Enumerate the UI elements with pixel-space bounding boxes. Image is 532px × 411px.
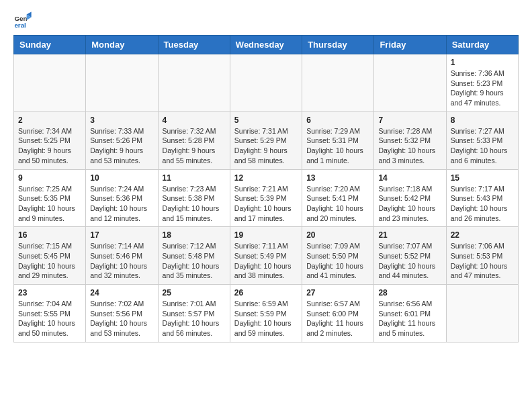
calendar-body: 1Sunrise: 7:36 AM Sunset: 5:23 PM Daylig… xyxy=(14,54,519,342)
day-info: Sunrise: 7:09 AM Sunset: 5:50 PM Dayligh… xyxy=(306,241,369,281)
calendar-cell xyxy=(302,54,374,112)
day-info: Sunrise: 7:25 AM Sunset: 5:35 PM Dayligh… xyxy=(18,184,81,224)
calendar-cell: 8Sunrise: 7:27 AM Sunset: 5:33 PM Daylig… xyxy=(446,111,518,169)
day-of-week-header: Friday xyxy=(374,36,446,54)
day-info: Sunrise: 7:02 AM Sunset: 5:56 PM Dayligh… xyxy=(90,299,153,338)
day-number: 27 xyxy=(306,288,369,298)
day-number: 15 xyxy=(451,173,514,183)
day-number: 18 xyxy=(163,230,226,240)
day-number: 6 xyxy=(306,116,369,125)
day-info: Sunrise: 7:14 AM Sunset: 5:46 PM Dayligh… xyxy=(90,241,153,281)
day-number: 1 xyxy=(451,58,514,67)
calendar-cell: 22Sunrise: 7:06 AM Sunset: 5:53 PM Dayli… xyxy=(446,227,518,285)
day-number: 4 xyxy=(163,116,226,125)
day-number: 28 xyxy=(378,288,441,298)
calendar-cell: 28Sunrise: 6:56 AM Sunset: 6:01 PM Dayli… xyxy=(374,285,446,342)
day-number: 24 xyxy=(90,288,153,298)
day-info: Sunrise: 7:24 AM Sunset: 5:36 PM Dayligh… xyxy=(90,184,153,224)
calendar-cell: 3Sunrise: 7:33 AM Sunset: 5:26 PM Daylig… xyxy=(86,111,158,169)
day-info: Sunrise: 7:01 AM Sunset: 5:57 PM Dayligh… xyxy=(163,299,226,338)
day-info: Sunrise: 7:15 AM Sunset: 5:45 PM Dayligh… xyxy=(18,241,81,281)
day-number: 25 xyxy=(163,288,226,298)
calendar-cell: 26Sunrise: 6:59 AM Sunset: 5:59 PM Dayli… xyxy=(230,285,302,342)
calendar-header: SundayMondayTuesdayWednesdayThursdayFrid… xyxy=(14,36,519,54)
day-header-row: SundayMondayTuesdayWednesdayThursdayFrid… xyxy=(14,36,519,54)
day-info: Sunrise: 6:59 AM Sunset: 5:59 PM Dayligh… xyxy=(234,299,298,338)
calendar-cell: 18Sunrise: 7:12 AM Sunset: 5:48 PM Dayli… xyxy=(158,227,230,285)
day-number: 20 xyxy=(306,230,369,240)
day-info: Sunrise: 7:21 AM Sunset: 5:39 PM Dayligh… xyxy=(234,184,298,224)
day-number: 3 xyxy=(90,116,153,125)
day-info: Sunrise: 7:29 AM Sunset: 5:31 PM Dayligh… xyxy=(306,126,369,166)
day-number: 5 xyxy=(234,116,298,125)
day-info: Sunrise: 7:33 AM Sunset: 5:26 PM Dayligh… xyxy=(90,126,153,166)
day-info: Sunrise: 7:20 AM Sunset: 5:41 PM Dayligh… xyxy=(306,184,369,224)
day-info: Sunrise: 7:11 AM Sunset: 5:49 PM Dayligh… xyxy=(234,241,298,281)
calendar-cell: 10Sunrise: 7:24 AM Sunset: 5:36 PM Dayli… xyxy=(86,169,158,227)
day-info: Sunrise: 7:18 AM Sunset: 5:42 PM Dayligh… xyxy=(378,184,441,224)
calendar-cell: 25Sunrise: 7:01 AM Sunset: 5:57 PM Dayli… xyxy=(158,285,230,342)
calendar-cell: 24Sunrise: 7:02 AM Sunset: 5:56 PM Dayli… xyxy=(86,285,158,342)
calendar-cell: 12Sunrise: 7:21 AM Sunset: 5:39 PM Dayli… xyxy=(230,169,302,227)
calendar-cell: 19Sunrise: 7:11 AM Sunset: 5:49 PM Dayli… xyxy=(230,227,302,285)
day-info: Sunrise: 7:34 AM Sunset: 5:25 PM Dayligh… xyxy=(18,126,81,166)
day-number: 12 xyxy=(234,173,298,183)
day-number: 16 xyxy=(18,230,81,240)
calendar-cell: 7Sunrise: 7:28 AM Sunset: 5:32 PM Daylig… xyxy=(374,111,446,169)
day-number: 13 xyxy=(306,173,369,183)
day-number: 10 xyxy=(90,173,153,183)
day-number: 11 xyxy=(163,173,226,183)
calendar-cell xyxy=(446,285,518,342)
calendar-cell xyxy=(374,54,446,112)
calendar-table: SundayMondayTuesdayWednesdayThursdayFrid… xyxy=(13,35,519,342)
calendar-week-row: 2Sunrise: 7:34 AM Sunset: 5:25 PM Daylig… xyxy=(14,111,519,169)
day-info: Sunrise: 7:06 AM Sunset: 5:53 PM Dayligh… xyxy=(451,241,514,281)
calendar-cell: 1Sunrise: 7:36 AM Sunset: 5:23 PM Daylig… xyxy=(446,54,518,112)
calendar-cell: 2Sunrise: 7:34 AM Sunset: 5:25 PM Daylig… xyxy=(14,111,86,169)
header: Gen eral xyxy=(13,11,519,30)
calendar-cell xyxy=(230,54,302,112)
calendar-cell: 14Sunrise: 7:18 AM Sunset: 5:42 PM Dayli… xyxy=(374,169,446,227)
calendar-cell: 4Sunrise: 7:32 AM Sunset: 5:28 PM Daylig… xyxy=(158,111,230,169)
day-of-week-header: Thursday xyxy=(302,36,374,54)
calendar-cell: 23Sunrise: 7:04 AM Sunset: 5:55 PM Dayli… xyxy=(14,285,86,342)
calendar-cell: 27Sunrise: 6:57 AM Sunset: 6:00 PM Dayli… xyxy=(302,285,374,342)
calendar-cell xyxy=(14,54,86,112)
day-of-week-header: Saturday xyxy=(446,36,518,54)
calendar-cell xyxy=(86,54,158,112)
day-number: 21 xyxy=(378,230,441,240)
day-number: 23 xyxy=(18,288,81,298)
day-info: Sunrise: 7:07 AM Sunset: 5:52 PM Dayligh… xyxy=(378,241,441,281)
calendar-cell: 21Sunrise: 7:07 AM Sunset: 5:52 PM Dayli… xyxy=(374,227,446,285)
day-info: Sunrise: 7:28 AM Sunset: 5:32 PM Dayligh… xyxy=(378,126,441,166)
day-number: 22 xyxy=(451,230,514,240)
calendar-week-row: 23Sunrise: 7:04 AM Sunset: 5:55 PM Dayli… xyxy=(14,285,519,342)
day-number: 19 xyxy=(234,230,298,240)
calendar-cell: 16Sunrise: 7:15 AM Sunset: 5:45 PM Dayli… xyxy=(14,227,86,285)
day-info: Sunrise: 6:56 AM Sunset: 6:01 PM Dayligh… xyxy=(378,299,441,338)
logo-icon: Gen eral xyxy=(13,11,32,30)
calendar-week-row: 9Sunrise: 7:25 AM Sunset: 5:35 PM Daylig… xyxy=(14,169,519,227)
svg-text:eral: eral xyxy=(14,21,26,29)
day-info: Sunrise: 7:04 AM Sunset: 5:55 PM Dayligh… xyxy=(18,299,81,338)
day-info: Sunrise: 7:23 AM Sunset: 5:38 PM Dayligh… xyxy=(163,184,226,224)
logo: Gen eral xyxy=(13,11,35,30)
day-of-week-header: Wednesday xyxy=(230,36,302,54)
calendar-cell xyxy=(158,54,230,112)
calendar-cell: 11Sunrise: 7:23 AM Sunset: 5:38 PM Dayli… xyxy=(158,169,230,227)
day-number: 2 xyxy=(18,116,81,125)
calendar-cell: 6Sunrise: 7:29 AM Sunset: 5:31 PM Daylig… xyxy=(302,111,374,169)
day-number: 8 xyxy=(451,116,514,125)
day-of-week-header: Sunday xyxy=(14,36,86,54)
day-info: Sunrise: 7:32 AM Sunset: 5:28 PM Dayligh… xyxy=(163,126,226,166)
day-number: 17 xyxy=(90,230,153,240)
calendar-week-row: 1Sunrise: 7:36 AM Sunset: 5:23 PM Daylig… xyxy=(14,54,519,112)
day-info: Sunrise: 6:57 AM Sunset: 6:00 PM Dayligh… xyxy=(306,299,369,338)
day-number: 14 xyxy=(378,173,441,183)
calendar-cell: 15Sunrise: 7:17 AM Sunset: 5:43 PM Dayli… xyxy=(446,169,518,227)
day-info: Sunrise: 7:36 AM Sunset: 5:23 PM Dayligh… xyxy=(451,68,514,108)
calendar-cell: 13Sunrise: 7:20 AM Sunset: 5:41 PM Dayli… xyxy=(302,169,374,227)
day-number: 7 xyxy=(378,116,441,125)
day-number: 9 xyxy=(18,173,81,183)
day-of-week-header: Tuesday xyxy=(158,36,230,54)
